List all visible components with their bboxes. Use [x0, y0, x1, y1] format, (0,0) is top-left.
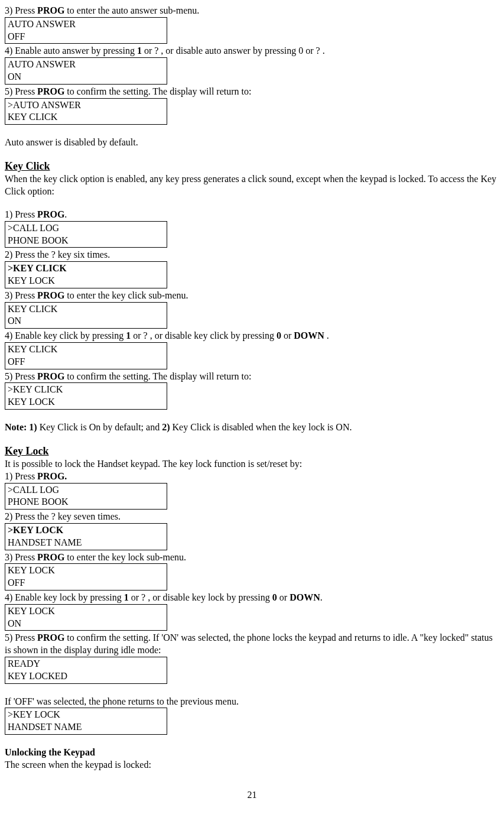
prog-key: PROG: [37, 371, 64, 381]
text: to enter the auto answer sub-menu.: [64, 5, 199, 15]
text: 3) Press: [5, 290, 37, 300]
auto-answer-step5: 5) Press PROG to confirm the setting. Th…: [5, 86, 499, 98]
key-click-heading: Key Click: [5, 160, 499, 173]
spacer: [5, 149, 499, 160]
key-lock-step5: 5) Press PROG to confirm the setting. If…: [5, 632, 499, 657]
key-0: 0: [277, 330, 281, 340]
lcd-key-click-return: >KEY CLICK KEY LOCK: [5, 382, 167, 410]
unlock-section: Unlocking the Keypad The screen when the…: [5, 747, 499, 771]
text: 4) Enable key click by pressing: [5, 330, 126, 340]
text: .: [324, 330, 329, 340]
lcd-line: PHONE BOOK: [8, 496, 164, 508]
key-1: 1: [137, 46, 142, 56]
key-click-step1: 1) Press PROG.: [5, 209, 499, 221]
lcd-auto-answer-on: AUTO ANSWER ON: [5, 57, 167, 85]
lcd-line: ON: [8, 71, 164, 83]
lcd-line: >KEY CLICK: [8, 262, 164, 275]
text: 5) Press: [5, 371, 37, 381]
text: to confirm the setting. The display will…: [64, 371, 251, 381]
lcd-line: HANDSET NAME: [8, 721, 164, 734]
lcd-key-click-on: KEY CLICK ON: [5, 302, 167, 329]
lcd-line: OFF: [8, 577, 164, 589]
lcd-line: >KEY LOCK: [8, 524, 164, 537]
lcd-line: KEY LOCK: [8, 396, 164, 408]
spacer: [5, 198, 499, 209]
page-number: 21: [5, 789, 499, 802]
auto-answer-step3: 3) Press PROG to enter the auto answer s…: [5, 5, 499, 17]
key-lock-off-note: If 'OFF' was selected, the phone returns…: [5, 696, 499, 708]
lcd-line: OFF: [8, 356, 164, 368]
text: or ? , or disable key click by pressing: [131, 330, 277, 340]
key-lock-step1: 1) Press PROG.: [5, 471, 499, 483]
text: Key Click is disabled when the key lock …: [170, 422, 352, 432]
key-down: DOWN: [294, 330, 324, 340]
lcd-call-log: >CALL LOG PHONE BOOK: [5, 483, 167, 510]
lcd-line: AUTO ANSWER: [8, 18, 164, 31]
text: 4) Enable auto answer by pressing: [5, 46, 137, 56]
text: 3) Press: [5, 552, 37, 562]
prog-key: PROG: [37, 209, 64, 219]
text: 1) Press: [5, 209, 37, 219]
text: Key Click is On by default; and: [37, 422, 162, 432]
lcd-line: KEY CLICK: [8, 303, 164, 316]
text: or ? , or disable auto answer by pressin…: [142, 46, 325, 56]
prog-key: PROG: [37, 552, 64, 562]
spacer: [5, 685, 499, 696]
key-click-step3: 3) Press PROG to enter the key click sub…: [5, 290, 499, 302]
lcd-key-lock-menu: >KEY LOCK HANDSET NAME: [5, 523, 167, 550]
key-click-intro: When the key click option is enabled, an…: [5, 173, 499, 198]
lcd-ready-locked: READY KEY LOCKED: [5, 657, 167, 684]
lcd-line: KEY CLICK: [8, 343, 164, 356]
lcd-key-lock-off: KEY LOCK OFF: [5, 563, 167, 591]
text: or: [281, 330, 294, 340]
auto-answer-note: Auto answer is disabled by default.: [5, 137, 499, 149]
key-click-section: Key Click When the key click option is e…: [5, 160, 499, 434]
lcd-line: OFF: [8, 31, 164, 43]
key-lock-step4: 4) Enable key lock by pressing 1 or ? , …: [5, 592, 499, 604]
key-lock-step3: 3) Press PROG to enter the key lock sub-…: [5, 551, 499, 564]
text: or ? , or disable key lock by pressing: [129, 592, 272, 602]
auto-answer-step4: 4) Enable auto answer by pressing 1 or ?…: [5, 45, 499, 57]
text: 5) Press: [5, 632, 37, 643]
key-click-step4: 4) Enable key click by pressing 1 or ? ,…: [5, 330, 499, 342]
spacer: [5, 411, 499, 421]
lcd-line: KEY LOCK: [8, 565, 164, 577]
text: to enter the key lock sub-menu.: [64, 552, 186, 562]
lcd-auto-answer-menu: >AUTO ANSWER KEY CLICK: [5, 98, 167, 125]
lcd-line: >KEY CLICK: [8, 384, 164, 396]
text: to confirm the setting. If 'ON' was sele…: [5, 632, 493, 655]
lcd-line: HANDSET NAME: [8, 537, 164, 549]
unlock-text: The screen when the keypad is locked:: [5, 759, 499, 771]
lcd-line: KEY LOCK: [8, 605, 164, 618]
text: 5) Press: [5, 86, 37, 96]
prog-key: PROG: [37, 86, 64, 96]
text: to enter the key click sub-menu.: [64, 290, 188, 300]
lcd-line: PHONE BOOK: [8, 235, 164, 247]
prog-key: PROG: [37, 5, 64, 15]
text: 1) Press: [5, 471, 37, 481]
lcd-key-click-menu: >KEY CLICK KEY LOCK: [5, 261, 167, 288]
text: or: [277, 592, 290, 602]
lcd-line: AUTO ANSWER: [8, 59, 164, 71]
prog-key: PROG.: [37, 471, 67, 481]
key-lock-intro: It is possible to lock the Handset keypa…: [5, 458, 499, 471]
bold: >KEY LOCK: [8, 525, 63, 535]
lcd-line: KEY LOCK: [8, 275, 164, 287]
bold: >KEY CLICK: [8, 263, 67, 273]
lcd-auto-answer-off: AUTO ANSWER OFF: [5, 17, 167, 44]
prog-key: PROG: [37, 290, 64, 300]
text: .: [320, 592, 323, 602]
lcd-line: ON: [8, 618, 164, 630]
lcd-line: READY: [8, 658, 164, 670]
lcd-line: KEY CLICK: [8, 111, 164, 124]
prog-key: PROG: [37, 632, 64, 643]
lcd-key-lock-return: >KEY LOCK HANDSET NAME: [5, 708, 167, 735]
key-click-step2: 2) Press the ? key six times.: [5, 249, 499, 261]
spacer: [5, 434, 499, 445]
lcd-line: >CALL LOG: [8, 484, 164, 497]
text: to confirm the setting. The display will…: [64, 86, 251, 96]
lcd-line: >KEY LOCK: [8, 709, 164, 721]
auto-answer-section: 3) Press PROG to enter the auto answer s…: [5, 5, 499, 149]
unlock-heading: Unlocking the Keypad: [5, 747, 499, 759]
bold: Note: 1): [5, 422, 37, 432]
